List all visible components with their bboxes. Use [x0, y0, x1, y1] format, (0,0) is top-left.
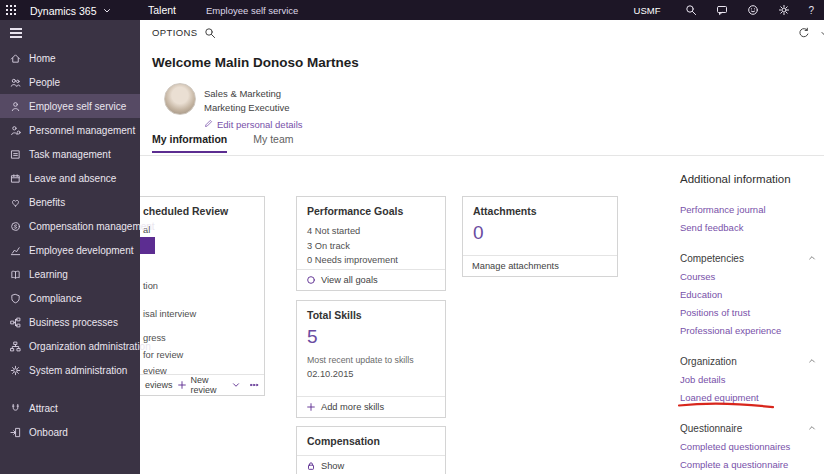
- review-card-footer: eviews New review: [140, 374, 264, 395]
- chevron-down-icon[interactable]: [231, 380, 241, 390]
- manage-attachments-button[interactable]: Manage attachments: [463, 255, 617, 276]
- people-icon: [10, 77, 21, 88]
- sidebar-item-compliance[interactable]: Compliance: [0, 286, 140, 310]
- link-positions-of-trust[interactable]: Positions of trust: [680, 304, 816, 322]
- sidebar-item-benefits[interactable]: Benefits: [0, 190, 140, 214]
- card-total-skills: Total Skills 5 Most recent update to ski…: [296, 300, 446, 418]
- link-send-feedback[interactable]: Send feedback: [680, 219, 816, 237]
- section-questionnaire[interactable]: Questionnaire: [680, 420, 816, 438]
- product-menu[interactable]: Dynamics 365: [30, 4, 114, 17]
- review-text-fragment: isal interview: [143, 309, 196, 319]
- card-performance-goals: Performance Goals 4 Not started 3 On tra…: [296, 196, 446, 291]
- person-icon: [10, 101, 21, 112]
- navigation-sidebar: Home People Employee self service Person…: [0, 20, 140, 474]
- link-loaned-equipment[interactable]: Loaned equipment: [680, 389, 816, 407]
- more-options-icon[interactable]: [249, 380, 259, 390]
- review-text-fragment: for review: [143, 350, 183, 360]
- profile-tabs: My information My team: [152, 133, 294, 153]
- app-name[interactable]: Talent: [148, 4, 176, 16]
- sidebar-item-organization-administration[interactable]: Organization administration: [0, 334, 140, 358]
- plus-icon: [177, 380, 187, 390]
- link-complete-a-questionnaire[interactable]: Complete a questionnaire: [680, 456, 816, 474]
- card-title: Performance Goals: [297, 197, 445, 217]
- additional-information-panel: Additional information Performance journ…: [680, 171, 816, 474]
- sidebar-item-onboard[interactable]: Onboard: [0, 420, 140, 444]
- sidebar-item-learning[interactable]: Learning: [0, 262, 140, 286]
- link-performance-journal[interactable]: Performance journal: [680, 201, 816, 219]
- card-scheduled-review: cheduled Review al tion isal interview g…: [140, 196, 265, 396]
- card-title: Attachments: [463, 197, 617, 217]
- sidebar-item-leave-and-absence[interactable]: Leave and absence: [0, 166, 140, 190]
- tabs-divider: [140, 155, 824, 156]
- sidebar-item-business-processes[interactable]: Business processes: [0, 310, 140, 334]
- page-title: Welcome Malin Donoso Martnes: [152, 55, 359, 70]
- panel-title: Additional information: [680, 171, 816, 187]
- view-all-reviews-link[interactable]: eviews: [145, 380, 173, 390]
- calendar-icon: [10, 173, 21, 184]
- edit-personal-details-link[interactable]: Edit personal details: [204, 118, 303, 132]
- waffle-icon[interactable]: [6, 5, 17, 16]
- product-name: Dynamics 365: [30, 5, 97, 17]
- section-organization[interactable]: Organization: [680, 353, 816, 371]
- profile-job-title: Marketing Executive: [204, 101, 303, 115]
- link-courses[interactable]: Courses: [680, 268, 816, 286]
- red-underline-annotation: [677, 401, 775, 410]
- sidebar-item-people[interactable]: People: [0, 70, 140, 94]
- options-tab[interactable]: OPTIONS: [152, 27, 198, 38]
- feedback-smiley-icon[interactable]: [746, 4, 759, 17]
- goals-not-started: 4 Not started: [307, 224, 435, 239]
- person-gear-icon: [10, 125, 21, 136]
- goals-needs-improvement: 0 Needs improvement: [307, 253, 435, 268]
- card-title: Total Skills: [297, 301, 445, 321]
- sidebar-item-task-management[interactable]: Task management: [0, 142, 140, 166]
- add-more-skills-button[interactable]: Add more skills: [297, 396, 445, 417]
- view-all-goals-button[interactable]: View all goals: [297, 269, 445, 290]
- main-content: Welcome Malin Donoso Martnes Sales & Mar…: [140, 43, 824, 474]
- messages-icon[interactable]: [715, 4, 728, 17]
- attachments-count: 0: [463, 217, 617, 244]
- hamburger-menu-icon[interactable]: [0, 20, 140, 46]
- plus-icon: [306, 402, 316, 412]
- skills-updated-date: 02.10.2015: [297, 365, 445, 379]
- sidebar-item-attract[interactable]: Attract: [0, 396, 140, 420]
- refresh-icon[interactable]: [798, 25, 810, 43]
- sidebar-item-home[interactable]: Home: [0, 46, 140, 70]
- coin-icon: [10, 221, 21, 232]
- circle-icon: [306, 275, 316, 285]
- show-compensation-button[interactable]: Show: [297, 455, 445, 474]
- book-icon: [10, 269, 21, 280]
- tab-my-information[interactable]: My information: [152, 133, 227, 153]
- tab-my-team[interactable]: My team: [253, 133, 293, 153]
- sidebar-item-employee-development[interactable]: Employee development: [0, 238, 140, 262]
- sidebar-item-compensation-management[interactable]: Compensation management: [0, 214, 140, 238]
- magnet-icon: [10, 403, 21, 414]
- search-icon[interactable]: [204, 25, 216, 43]
- review-text-fragment: tion: [143, 281, 158, 291]
- breadcrumb-page[interactable]: Employee self service: [206, 5, 298, 16]
- sidebar-item-system-administration[interactable]: System administration: [0, 358, 140, 382]
- section-competencies[interactable]: Competencies: [680, 250, 816, 268]
- chevron-up-icon: [808, 250, 816, 268]
- new-review-button[interactable]: New review: [191, 375, 227, 395]
- settings-gear-icon[interactable]: [777, 4, 790, 17]
- company-selector[interactable]: USMF: [634, 5, 661, 16]
- lock-icon: [306, 461, 316, 471]
- sidebar-item-employee-self-service[interactable]: Employee self service: [0, 94, 140, 118]
- top-navigation-bar: Dynamics 365 Talent Employee self servic…: [0, 0, 824, 20]
- shield-icon: [10, 293, 21, 304]
- search-icon[interactable]: [684, 4, 697, 17]
- link-job-details[interactable]: Job details: [680, 371, 816, 389]
- door-arrow-icon: [10, 427, 21, 438]
- link-completed-questionnaires[interactable]: Completed questionnaires: [680, 438, 816, 456]
- card-compensation: Compensation Show: [296, 426, 446, 474]
- help-icon[interactable]: ?: [808, 5, 814, 16]
- link-education[interactable]: Education: [680, 286, 816, 304]
- home-icon: [10, 53, 21, 64]
- org-tree-icon: [10, 341, 21, 352]
- link-professional-experience[interactable]: Professional experience: [680, 322, 816, 340]
- sidebar-item-personnel-management[interactable]: Personnel management: [0, 118, 140, 142]
- skills-count: 5: [297, 321, 445, 348]
- overflow-cut-icon[interactable]: [819, 26, 824, 44]
- trend-chart-icon: [10, 245, 21, 256]
- heart-icon: [10, 197, 21, 208]
